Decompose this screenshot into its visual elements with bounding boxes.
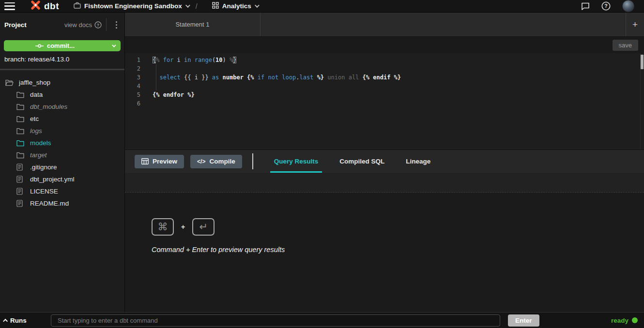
tree-item-label: etc	[30, 115, 39, 122]
svg-text:?: ?	[604, 3, 607, 9]
folder-icon	[16, 140, 25, 147]
code-line-3: 3 select {{ i }} as number {% if not loo…	[125, 73, 644, 82]
dbt-logo-text: dbt	[44, 1, 59, 12]
command-key-icon: ⌘	[152, 218, 174, 236]
dbt-logo[interactable]: dbt	[30, 0, 59, 13]
folder-icon	[16, 91, 25, 98]
bottom-bar: Runs Enter ready	[0, 312, 644, 328]
code-line-1: 1{% for i in range(10) %}	[125, 56, 644, 64]
results-tabs: Query ResultsCompiled SQLLineage	[263, 150, 442, 173]
briefcase-icon	[74, 2, 81, 10]
table-icon	[141, 158, 149, 164]
folder-open-icon	[5, 79, 14, 86]
tree-item-readme-md[interactable]: README.md	[0, 197, 124, 209]
folder-icon	[16, 152, 25, 159]
line-number: 5	[125, 90, 142, 99]
account-name: Fishtown Engineering Sandbox	[84, 2, 182, 10]
git-commit-icon	[35, 44, 44, 48]
kebab-menu-icon[interactable]	[111, 19, 122, 30]
tree-item-label: target	[30, 151, 47, 159]
results-body: ⌘ + ↵ Command + Enter to preview query r…	[125, 193, 644, 312]
project-switcher[interactable]: Analytics	[212, 2, 258, 10]
tree-item--gitignore[interactable]: .gitignore	[0, 161, 124, 173]
enter-button[interactable]: Enter	[508, 314, 539, 327]
editor-scrollbar-thumb[interactable]	[641, 55, 644, 69]
code-line-6: 6	[125, 99, 644, 108]
tree-item-label: LICENSE	[30, 188, 58, 195]
breadcrumb-separator: /	[196, 2, 198, 10]
results-toolbar	[125, 173, 644, 193]
tree-item-label: models	[30, 139, 51, 147]
tab-compiled-sql[interactable]: Compiled SQL	[329, 150, 395, 173]
tree-item-jaffle-shop[interactable]: jaffle_shop	[0, 76, 124, 89]
chevron-down-icon	[255, 3, 260, 8]
status-label: ready	[611, 317, 629, 324]
dbt-logo-icon	[30, 0, 42, 13]
project-name: Analytics	[222, 2, 251, 10]
preview-button[interactable]: Preview	[135, 155, 184, 168]
editor-tab-bar: Statement 1 +	[125, 13, 644, 37]
sidebar-title: Project	[4, 21, 27, 29]
user-avatar[interactable]	[622, 0, 634, 12]
save-button[interactable]: save	[613, 40, 638, 51]
line-number: 3	[125, 73, 142, 82]
line-number: 2	[125, 64, 142, 73]
tree-item-dbt-modules[interactable]: dbt_modules	[0, 101, 124, 113]
new-tab-button[interactable]: +	[626, 13, 644, 36]
results-header: Preview </> Compile Query ResultsCompile…	[125, 149, 644, 173]
file-icon	[16, 200, 25, 207]
tree-item-label: dbt_project.yml	[30, 176, 75, 183]
top-bar: dbt Fishtown Engineering Sandbox / Analy…	[0, 0, 644, 13]
chevron-down-icon	[185, 3, 190, 8]
view-docs-link[interactable]: view docs ?	[64, 21, 102, 29]
indent-guide	[156, 64, 156, 90]
divider	[252, 153, 253, 169]
divider	[106, 18, 107, 31]
tree-item-models[interactable]: models	[0, 137, 124, 149]
tree-item-label: README.md	[30, 200, 69, 207]
commit-dropdown-caret[interactable]	[106, 40, 121, 51]
dbt-command-input[interactable]	[51, 314, 500, 327]
tree-item-label: .gitignore	[30, 164, 57, 171]
commit-button[interactable]: commit...	[4, 40, 121, 51]
status-dot	[632, 317, 638, 323]
code-line-5: 5{% endfor %}	[125, 90, 644, 99]
tree-item-target[interactable]: target	[0, 149, 124, 161]
chat-icon[interactable]	[581, 2, 590, 10]
line-number: 1	[125, 56, 142, 64]
enter-key-icon: ↵	[192, 218, 215, 236]
tree-item-dbt-project-yml[interactable]: dbt_project.yml	[0, 173, 124, 185]
tree-item-etc[interactable]: etc	[0, 113, 124, 125]
tree-item-label: dbt_modules	[30, 103, 67, 110]
runs-toggle[interactable]: Runs	[4, 317, 51, 324]
editor-toolbar: save	[125, 37, 644, 53]
file-icon	[16, 188, 25, 195]
compile-button[interactable]: </> Compile	[190, 155, 242, 168]
folder-icon	[16, 128, 25, 134]
branch-label: branch: release/4.13.0	[0, 51, 124, 70]
tree-item-label: jaffle_shop	[19, 79, 50, 86]
code-line-2: 2	[125, 64, 644, 73]
tab-lineage[interactable]: Lineage	[395, 150, 441, 173]
help-icon[interactable]: ?	[601, 1, 611, 11]
folder-icon	[16, 104, 25, 110]
grid-icon	[212, 2, 219, 10]
tab-query-results[interactable]: Query Results	[263, 150, 329, 173]
tree-item-license[interactable]: LICENSE	[0, 185, 124, 197]
status-indicator: ready	[611, 317, 638, 324]
chevron-up-icon	[3, 318, 8, 323]
hamburger-menu-icon[interactable]	[4, 2, 15, 10]
tree-item-label: data	[30, 91, 43, 98]
sidebar: Project view docs ? commit... branch: re…	[0, 13, 125, 312]
code-line-4: 4	[125, 82, 644, 90]
tree-item-label: logs	[30, 127, 42, 134]
file-icon	[16, 164, 25, 171]
tab-statement-1[interactable]: Statement 1	[125, 13, 261, 36]
tree-item-data[interactable]: data	[0, 89, 124, 101]
account-switcher[interactable]: Fishtown Engineering Sandbox	[74, 2, 189, 10]
folder-icon	[16, 116, 25, 122]
tree-item-logs[interactable]: logs	[0, 125, 124, 137]
help-circle-icon: ?	[94, 21, 102, 29]
line-number: 6	[125, 99, 142, 108]
code-editor[interactable]: 1{% for i in range(10) %}23 select {{ i …	[125, 53, 644, 149]
